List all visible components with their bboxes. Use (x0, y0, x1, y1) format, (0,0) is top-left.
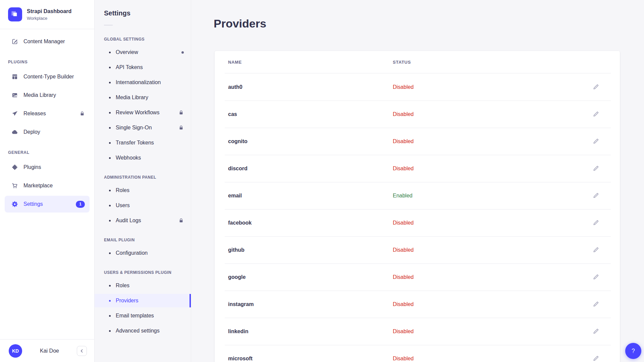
table-row: email Enabled (215, 182, 620, 209)
edit-button[interactable] (590, 108, 602, 120)
sidebar-item[interactable]: Deploy (5, 124, 90, 140)
provider-status: Disabled (393, 328, 582, 335)
subnav-item-label: Roles (116, 283, 129, 289)
lock-icon (178, 110, 184, 115)
table-row: auth0 Disabled (215, 73, 620, 101)
settings-icon (11, 201, 18, 207)
provider-status: Disabled (393, 247, 582, 253)
subnav-section-label: ADMINISTRATION PANEL (95, 166, 191, 184)
edit-button[interactable] (590, 81, 602, 93)
subnav-section-label: GLOBAL SETTINGS (95, 28, 191, 46)
pencil-icon (593, 84, 599, 90)
subnav-section-label: USERS & PERMISSIONS PLUGIN (95, 261, 191, 279)
pencil-icon (593, 274, 599, 280)
pencil-icon (593, 220, 599, 226)
subnav-item[interactable]: Roles (95, 279, 191, 292)
pencil-icon (593, 355, 599, 362)
subnav-section-label: EMAIL PLUGIN (95, 229, 191, 246)
sidebar-section: Content Manager (5, 33, 90, 50)
edit-button[interactable] (590, 217, 602, 229)
table-row: instagram Disabled (215, 291, 620, 318)
provider-status: Disabled (393, 301, 582, 307)
edit-button[interactable] (590, 135, 602, 147)
edit-button[interactable] (590, 298, 602, 310)
subnav-item[interactable]: Single Sign-On (95, 121, 191, 134)
subnav-item[interactable]: Advanced settings (95, 324, 191, 338)
sidebar-item[interactable]: Plugins (5, 159, 90, 176)
bullet-icon (109, 205, 111, 206)
lock-icon (178, 218, 184, 223)
table-row: linkedin Disabled (215, 318, 620, 345)
sidebar-item-label: Deploy (23, 129, 40, 135)
sidebar-section-items: Plugins Marketplace Settings 1 (5, 159, 90, 213)
sidebar-item[interactable]: Content Manager (5, 33, 90, 50)
subnav-item-label: Transfer Tokens (116, 140, 154, 146)
user-name: Kai Doe (22, 348, 77, 354)
subnav-section: EMAIL PLUGIN Configuration (95, 229, 191, 260)
workspace-titles: Strapi Dashboard Workplace (27, 8, 71, 20)
help-button[interactable]: ? (625, 343, 641, 359)
sidebar-item-label: Media Library (23, 92, 56, 98)
sidebar-item[interactable]: Content-Type Builder (5, 68, 90, 85)
edit-button[interactable] (590, 325, 602, 338)
subnav-item[interactable]: Internationalization (95, 76, 191, 89)
subnav-title: Settings (104, 9, 181, 17)
subnav-item-label: Users (116, 202, 130, 208)
subnav-item[interactable]: Users (95, 199, 191, 212)
sidebar-item[interactable]: Releases (5, 105, 90, 122)
subnav-item[interactable]: Configuration (95, 246, 191, 260)
subnav-item[interactable]: API Tokens (95, 61, 191, 74)
edit-button[interactable] (590, 271, 602, 283)
subnav-item[interactable]: Transfer Tokens (95, 136, 191, 149)
chevron-left-icon (79, 348, 85, 354)
subnav-item[interactable]: Review Workflows (95, 106, 191, 119)
sidebar-item[interactable]: Marketplace (5, 177, 90, 194)
subnav-item[interactable]: Providers (95, 294, 191, 307)
subnav-item[interactable]: Audit Logs (95, 214, 191, 227)
subnav-item[interactable]: Email templates (95, 309, 191, 322)
avatar[interactable]: KD (9, 344, 22, 358)
subnav-item[interactable]: Webhooks (95, 151, 191, 165)
sidebar-item[interactable]: Settings 1 (5, 196, 90, 213)
sidebar-item[interactable]: Media Library (5, 87, 90, 104)
subnav-item-label: Roles (116, 187, 129, 193)
bullet-icon (109, 82, 111, 83)
page-title: Providers (191, 0, 644, 30)
subnav-item-label: Single Sign-On (116, 125, 152, 131)
sidebar-section-items: Content-Type Builder Media Library Relea… (5, 68, 90, 140)
sidebar-item-label: Marketplace (23, 183, 53, 189)
table-row: discord Disabled (215, 155, 620, 182)
provider-name: google (228, 274, 393, 280)
sidebar-item-label: Content Manager (23, 39, 65, 45)
provider-name: cas (228, 111, 393, 117)
edit-button[interactable] (590, 353, 602, 362)
sidebar-item-label: Settings (23, 201, 43, 207)
collapse-sidebar-button[interactable] (77, 346, 87, 356)
provider-name: email (228, 193, 393, 199)
bullet-icon (109, 67, 111, 68)
subnav-item-label: Advanced settings (116, 328, 160, 334)
edit-button[interactable] (590, 190, 602, 202)
deploy-icon (11, 129, 18, 135)
subnav-item-label: API Tokens (116, 64, 143, 70)
subnav-item[interactable]: Media Library (95, 91, 191, 104)
provider-status: Disabled (393, 111, 582, 117)
subnav-item[interactable]: Overview (95, 46, 191, 59)
edit-button[interactable] (590, 244, 602, 256)
bullet-icon (109, 142, 111, 144)
provider-name: facebook (228, 220, 393, 226)
workspace-brand[interactable]: Strapi Dashboard Workplace (0, 0, 94, 29)
provider-status: Enabled (393, 193, 582, 199)
providers-table-card: NAME STATUS auth0 Disabled cas Disabled … (215, 51, 620, 362)
subnav-item[interactable]: Roles (95, 184, 191, 197)
provider-name: linkedin (228, 328, 393, 335)
subnav-section-items: Roles Providers Email templates Advanced… (95, 279, 191, 338)
sidebar-nav: Content Manager PLUGINS Content-Type Bui… (0, 29, 94, 339)
subnav-item-label: Audit Logs (116, 218, 141, 224)
provider-status: Disabled (393, 220, 582, 226)
table-row: cognito Disabled (215, 128, 620, 155)
provider-name: instagram (228, 301, 393, 307)
bullet-icon (109, 157, 111, 159)
provider-status: Disabled (393, 274, 582, 280)
edit-button[interactable] (590, 163, 602, 175)
